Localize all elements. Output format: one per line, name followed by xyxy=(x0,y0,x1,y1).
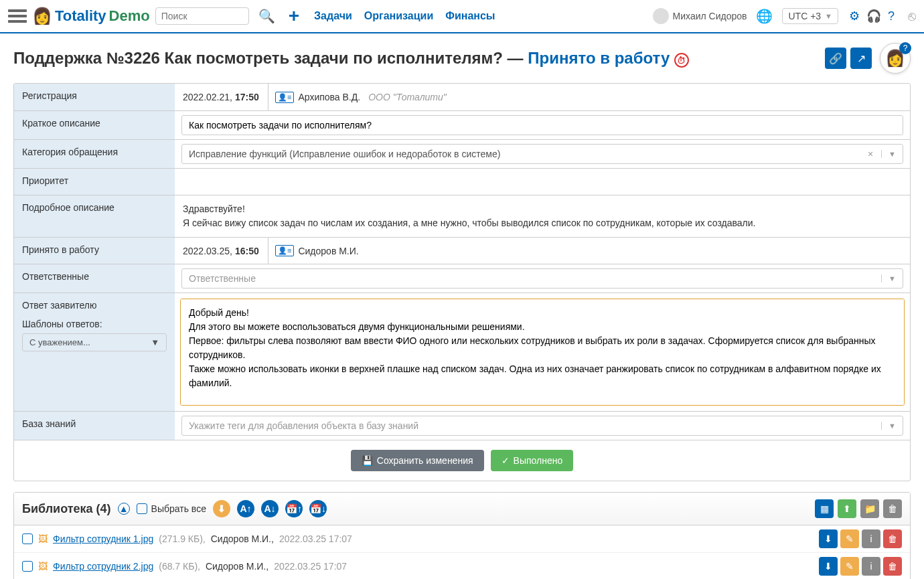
responsible-placeholder: Ответственные xyxy=(189,273,256,284)
logo[interactable]: 👩 Totality Demo xyxy=(32,7,150,25)
grid-view-button[interactable]: ▦ xyxy=(815,499,834,518)
work-date: 2022.03.25, xyxy=(183,246,232,256)
search-icon[interactable]: 🔍 xyxy=(254,7,279,25)
top-bar: 👩 Totality Demo 🔍 + Задачи Организации Ф… xyxy=(0,0,924,33)
upload-button[interactable]: ⬆ xyxy=(838,499,856,518)
template-value: С уважением... xyxy=(29,337,90,347)
nav-finance[interactable]: Финансы xyxy=(445,10,495,22)
download-all-button[interactable]: ⬇ xyxy=(213,500,230,517)
headset-icon[interactable]: 🎧 xyxy=(866,9,881,23)
timezone-select[interactable]: UTC +3 ▼ xyxy=(782,8,838,24)
label-accepted: Принято в работу xyxy=(14,238,175,264)
chevron-down-icon: ▼ xyxy=(881,150,896,158)
file-author: Сидоров М.И., xyxy=(211,533,274,544)
file-image-icon: 🖼 xyxy=(38,533,48,544)
nav-links: Задачи Организации Финансы xyxy=(314,10,495,22)
edit-button[interactable]: ✎ xyxy=(840,557,859,576)
category-value: Исправление функций (Исправление ошибок … xyxy=(189,149,500,159)
clear-icon[interactable]: × xyxy=(868,149,873,159)
delete-button[interactable]: 🗑 xyxy=(883,529,902,548)
page-header: Поддержка №3226 Как посмотреть задачи по… xyxy=(0,33,924,83)
settings-icon[interactable]: ⚙ xyxy=(849,9,860,23)
file-date: 2022.03.25 17:07 xyxy=(274,561,347,572)
help-badge: ? xyxy=(899,42,911,54)
header-actions: 🔗 ↗ 👩? xyxy=(825,43,911,74)
logo-demo-text: Demo xyxy=(109,7,150,25)
share-button[interactable]: ↗ xyxy=(850,48,872,69)
contact-icon: 👤≡ xyxy=(275,92,294,103)
delete-all-button[interactable]: 🗑 xyxy=(883,499,902,518)
download-button[interactable]: ⬇ xyxy=(819,557,838,576)
chevron-down-icon: ▼ xyxy=(881,274,896,282)
assistant-bubble[interactable]: 👩? xyxy=(880,43,911,74)
file-row: 🖼Фильтр сотрудник 2.jpg(68.7 КБ),Сидоров… xyxy=(14,552,910,579)
file-size: (271.9 КБ), xyxy=(159,533,205,544)
page-title: Поддержка №3226 Как посмотреть задачи по… xyxy=(13,49,689,68)
sort-desc-button[interactable]: A↓ xyxy=(261,500,279,517)
file-size: (68.7 КБ), xyxy=(159,561,200,572)
info-button[interactable]: i xyxy=(862,557,880,576)
answer-label: Ответ заявителю xyxy=(22,300,167,311)
short-desc-input[interactable] xyxy=(181,115,903,135)
file-date: 2022.03.25 17:07 xyxy=(279,533,352,544)
edit-button[interactable]: ✎ xyxy=(840,529,859,548)
nav-tasks[interactable]: Задачи xyxy=(314,10,352,22)
template-select[interactable]: С уважением... ▼ xyxy=(22,333,167,351)
label-responsible: Ответственные xyxy=(14,264,175,293)
done-label: Выполнено xyxy=(514,455,563,466)
add-icon[interactable]: + xyxy=(285,4,303,28)
reg-org: ООО "Тоталити" xyxy=(368,92,447,102)
label-short-desc: Краткое описание xyxy=(14,111,175,139)
file-image-icon: 🖼 xyxy=(38,561,48,572)
nav-orgs[interactable]: Организации xyxy=(364,10,433,22)
help-icon[interactable]: ? xyxy=(888,9,895,23)
file-name-link[interactable]: Фильтр сотрудник 1.jpg xyxy=(53,533,153,544)
chevron-down-icon: ▼ xyxy=(881,422,896,430)
select-all-label: Выбрать все xyxy=(151,503,206,514)
done-button[interactable]: ✓Выполнено xyxy=(491,450,574,471)
download-button[interactable]: ⬇ xyxy=(819,529,838,548)
date-desc-button[interactable]: 📅↓ xyxy=(309,500,327,517)
file-checkbox[interactable] xyxy=(22,533,33,544)
link-button[interactable]: 🔗 xyxy=(825,48,846,69)
reg-person: Архипова В.Д. xyxy=(298,92,360,102)
priority-cell xyxy=(175,169,910,195)
logout-icon[interactable]: ⎋ xyxy=(908,9,916,24)
reg-person-cell: 👤≡ Архипова В.Д. ООО "Тоталити" xyxy=(268,84,910,110)
category-select[interactable]: Исправление функций (Исправление ошибок … xyxy=(181,144,903,164)
label-priority: Приоритет xyxy=(14,169,175,195)
file-checkbox[interactable] xyxy=(22,561,33,572)
title-text: Поддержка №3226 Как посмотреть задачи по… xyxy=(13,49,528,67)
date-asc-button[interactable]: 📅↑ xyxy=(285,500,303,517)
chevron-down-icon: ▼ xyxy=(151,337,159,347)
label-category: Категория обращения xyxy=(14,140,175,168)
file-actions: ⬇✎i🗑 xyxy=(819,529,902,548)
delete-button[interactable]: 🗑 xyxy=(883,557,902,576)
answer-textarea[interactable] xyxy=(180,299,905,406)
responsible-select[interactable]: Ответственные ▼ xyxy=(181,268,903,288)
info-button[interactable]: i xyxy=(862,529,880,548)
collapse-icon[interactable]: ▲ xyxy=(118,503,130,515)
library-header: Библиотека (4) ▲ Выбрать все ⬇ A↑ A↓ 📅↑ … xyxy=(14,493,910,525)
file-author: Сидоров М.И., xyxy=(206,561,268,572)
check-icon: ✓ xyxy=(502,455,510,466)
save-button[interactable]: 💾Сохранить изменения xyxy=(351,450,484,471)
full-desc-text: Здравствуйте! Я сейчас вижу список задач… xyxy=(175,195,910,237)
file-name-link[interactable]: Фильтр сотрудник 2.jpg xyxy=(53,561,153,572)
user-box[interactable]: Михаил Сидоров xyxy=(653,8,747,24)
kb-tags-select[interactable]: Укажите теги для добавления объекта в ба… xyxy=(181,416,903,436)
work-person-cell: 👤≡ Сидоров М.И. xyxy=(268,238,910,264)
logo-face-icon: 👩 xyxy=(32,7,52,25)
reg-date: 2022.02.21, xyxy=(183,92,232,102)
select-all-checkbox[interactable] xyxy=(137,503,147,514)
reg-time: 17:50 xyxy=(235,92,259,102)
archive-button[interactable]: 📁 xyxy=(860,499,879,518)
save-icon: 💾 xyxy=(362,455,373,466)
form-grid: Регистрация 2022.02.21, 17:50 👤≡ Архипов… xyxy=(13,83,911,481)
globe-icon[interactable]: 🌐 xyxy=(752,7,777,25)
button-row: 💾Сохранить изменения ✓Выполнено xyxy=(14,440,910,481)
menu-icon[interactable] xyxy=(8,7,27,25)
file-actions: ⬇✎i🗑 xyxy=(819,557,902,576)
sort-asc-button[interactable]: A↑ xyxy=(237,500,254,517)
search-input[interactable] xyxy=(155,7,249,25)
